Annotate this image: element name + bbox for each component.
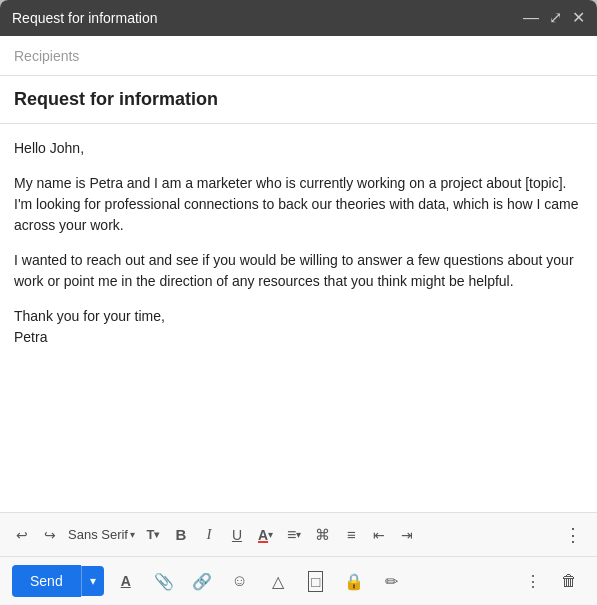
body-paragraph-2: I wanted to reach out and see if you wou… [14, 250, 583, 292]
delete-icon: 🗑 [561, 572, 577, 590]
lock-icon: 🔒 [344, 572, 364, 591]
bold-button[interactable]: B [169, 521, 193, 549]
link-icon: 🔗 [192, 572, 212, 591]
align-button[interactable]: ≡ ▾ [282, 521, 306, 549]
text-size-button[interactable]: T ▾ [141, 521, 165, 549]
send-dropdown-icon: ▾ [90, 574, 96, 588]
send-dropdown-button[interactable]: ▾ [81, 566, 104, 596]
recipients-placeholder: Recipients [14, 48, 79, 64]
body-paragraph-1: My name is Petra and I am a marketer who… [14, 173, 583, 236]
photo-button[interactable]: □ [300, 565, 332, 597]
font-dropdown-icon: ▾ [130, 529, 135, 540]
subject-row[interactable]: Request for information [0, 76, 597, 124]
photo-icon: □ [308, 571, 323, 592]
bottom-left-controls: Send ▾ A 📎 🔗 ☺ △ □ [12, 565, 408, 597]
bullet-list-icon: ≡ [347, 526, 356, 543]
indent-increase-button[interactable]: ⇥ [395, 521, 419, 549]
numbered-list-icon: ⌘ [315, 526, 330, 544]
more-options-icon: ⋮ [525, 572, 541, 591]
indent-increase-icon: ⇥ [401, 527, 413, 543]
expand-button[interactable]: ⤢ [549, 10, 562, 26]
more-toolbar-icon: ⋮ [564, 524, 582, 546]
more-options-button[interactable]: ⋮ [517, 565, 549, 597]
drive-button[interactable]: △ [262, 565, 294, 597]
indent-decrease-icon: ⇤ [373, 527, 385, 543]
text-size-dropdown-icon: ▾ [154, 529, 159, 540]
align-dropdown-icon: ▾ [296, 529, 301, 540]
email-body[interactable]: Hello John, My name is Petra and I am a … [0, 124, 597, 512]
signature: Petra [14, 329, 47, 345]
text-formatting-button[interactable]: A [110, 565, 142, 597]
closing-line: Thank you for your time, [14, 308, 165, 324]
redo-button[interactable]: ↪ [38, 521, 62, 549]
font-selector[interactable]: Sans Serif ▾ [66, 527, 137, 542]
font-name-label: Sans Serif [68, 527, 128, 542]
minimize-button[interactable]: — [523, 10, 539, 26]
formatting-toolbar: ↩ ↪ Sans Serif ▾ T ▾ B I U A ▾ ≡ ▾ ⌘ ≡ ⇤ [0, 512, 597, 556]
emoji-button[interactable]: ☺ [224, 565, 256, 597]
more-toolbar-button[interactable]: ⋮ [559, 521, 587, 549]
subject-text: Request for information [14, 89, 218, 110]
send-button-group: Send ▾ [12, 565, 104, 597]
emoji-icon: ☺ [232, 572, 248, 590]
recipients-row[interactable]: Recipients [0, 36, 597, 76]
signature-icon: ✏ [385, 572, 398, 591]
closing: Thank you for your time, Petra [14, 306, 583, 348]
send-button[interactable]: Send [12, 565, 81, 597]
close-button[interactable]: ✕ [572, 10, 585, 26]
font-color-label: A [258, 527, 268, 543]
drive-icon: △ [272, 572, 284, 591]
font-color-button[interactable]: A ▾ [253, 521, 278, 549]
greeting: Hello John, [14, 138, 583, 159]
bullet-list-button[interactable]: ≡ [339, 521, 363, 549]
bottom-right-controls: ⋮ 🗑 [517, 565, 585, 597]
numbered-list-button[interactable]: ⌘ [310, 521, 335, 549]
text-formatting-icon: A [121, 573, 131, 589]
lock-button[interactable]: 🔒 [338, 565, 370, 597]
delete-button[interactable]: 🗑 [553, 565, 585, 597]
bottom-bar: Send ▾ A 📎 🔗 ☺ △ □ [0, 556, 597, 605]
link-button[interactable]: 🔗 [186, 565, 218, 597]
window-title: Request for information [12, 10, 158, 26]
email-compose-window: Request for information — ⤢ ✕ Recipients… [0, 0, 597, 605]
indent-decrease-button[interactable]: ⇤ [367, 521, 391, 549]
italic-button[interactable]: I [197, 521, 221, 549]
title-bar: Request for information — ⤢ ✕ [0, 0, 597, 36]
underline-button[interactable]: U [225, 521, 249, 549]
font-color-dropdown-icon: ▾ [268, 529, 273, 540]
window-controls: — ⤢ ✕ [523, 10, 585, 26]
attach-button[interactable]: 📎 [148, 565, 180, 597]
undo-button[interactable]: ↩ [10, 521, 34, 549]
align-icon: ≡ [287, 526, 296, 544]
attach-icon: 📎 [154, 572, 174, 591]
signature-button[interactable]: ✏ [376, 565, 408, 597]
